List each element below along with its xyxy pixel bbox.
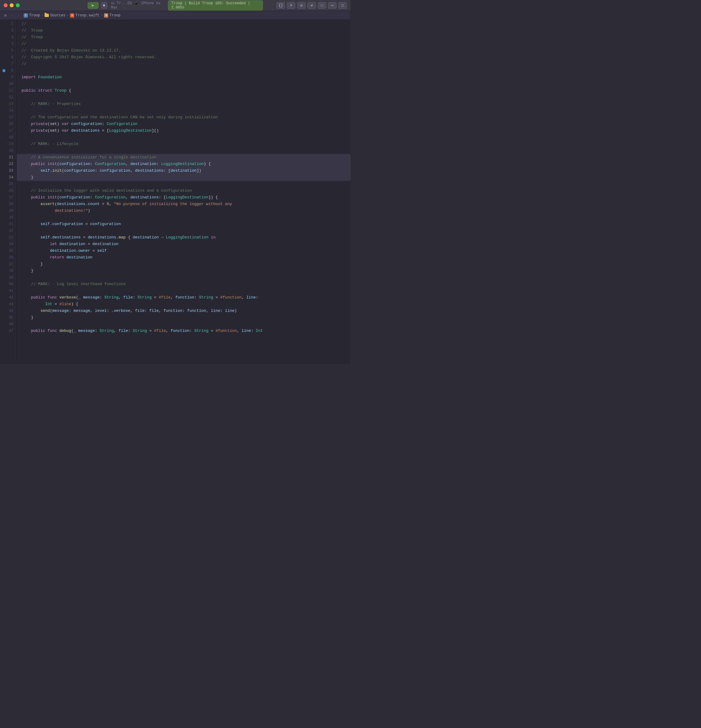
line-21: 21 — [0, 154, 16, 161]
line-28: 28 — [0, 201, 16, 208]
code-line-12 — [17, 94, 350, 101]
line-35: 35 — [0, 247, 16, 254]
line-19: 19 — [0, 141, 16, 147]
code-line-42: public func verbose(_ message: String, f… — [17, 294, 350, 301]
breadcrumb-bar: ⊞ ‹ › T Troop › Sources › S Troop.swift … — [0, 11, 350, 20]
code-line-24: } — [17, 174, 350, 181]
code-line-45: } — [17, 314, 350, 321]
line-25: 25 — [0, 181, 16, 188]
code-line-38: } — [17, 267, 350, 274]
breadcrumb-struct-troop[interactable]: S Troop — [104, 13, 120, 17]
line-13: 13 — [0, 101, 16, 107]
breadcrumb-troop-swift[interactable]: S Troop.swift — [70, 13, 100, 17]
line-24: 24 — [0, 174, 16, 181]
code-line-23: self.init(configuration: configuration, … — [17, 168, 350, 174]
layout1-button[interactable]: □ — [318, 2, 326, 9]
titlebar-right: {} ≡ ◎ ⇄ □ ▭ ▢ — [277, 2, 347, 9]
line-5: 5 — [0, 47, 16, 54]
code-line-11: public struct Troop { — [17, 87, 350, 94]
code-line-30 — [17, 214, 350, 221]
breadcrumb-sep-2: › — [67, 13, 69, 17]
code-line-43: Int = #line) { — [17, 301, 350, 308]
code-line-26: // Initialize the logger with valid dest… — [17, 188, 350, 194]
line-3: 3 — [0, 34, 16, 40]
line-29: 29 — [0, 208, 16, 214]
line-40: 40 — [0, 281, 16, 287]
code-line-44: send(message: message, level: .verbose, … — [17, 308, 350, 314]
code-line-34: let destination = destination — [17, 241, 350, 247]
line-42: 42 — [0, 294, 16, 301]
struct-icon: S — [104, 13, 108, 17]
code-line-35: destination.owner = self — [17, 247, 350, 254]
code-line-14 — [17, 107, 350, 114]
code-line-1: // — [17, 21, 350, 27]
code-line-46 — [17, 321, 350, 328]
line-9: 9 — [0, 74, 16, 81]
code-line-10 — [17, 81, 350, 87]
line-8: 8 — [0, 67, 16, 74]
line-31: 31 — [0, 221, 16, 227]
line-41: 41 — [0, 287, 16, 294]
line-43: 43 — [0, 301, 16, 308]
breadcrumb-sep-1: › — [41, 13, 43, 17]
line-30: 30 — [0, 214, 16, 221]
back-button[interactable]: ‹ — [10, 13, 15, 18]
close-button[interactable] — [4, 3, 7, 7]
line-7: 7 — [0, 61, 16, 67]
minimize-button[interactable] — [10, 3, 14, 7]
code-line-29: destinations!") — [17, 208, 350, 214]
stop-button[interactable]: ■ — [101, 2, 107, 9]
list-button[interactable]: ≡ — [287, 2, 295, 9]
line-23: 23 — [0, 168, 16, 174]
code-container: 1 2 3 4 5 6 7 8 9 10 11 12 13 14 15 16 1… — [0, 20, 350, 364]
folder-icon — [45, 14, 49, 17]
line-15: 15 — [0, 114, 16, 121]
code-line-17: private(set) var destinations = [Logging… — [17, 127, 350, 134]
code-line-39 — [17, 274, 350, 281]
run-button[interactable]: ▶ — [88, 2, 98, 9]
line-14: 14 — [0, 107, 16, 114]
swift-file-icon: T — [24, 13, 28, 17]
line-34: 34 — [0, 241, 16, 247]
code-editor[interactable]: // // Troop // Troop // // Created by Bo… — [17, 20, 350, 364]
code-editor-button[interactable]: {} — [277, 2, 285, 9]
code-line-5: // Created by Bojan Dimovski on 13.12.17… — [17, 47, 350, 54]
fullscreen-button[interactable] — [16, 3, 20, 7]
layout2-button[interactable]: ▭ — [328, 2, 336, 9]
line-17: 17 — [0, 127, 16, 134]
code-line-27: public init(configuration: Configuration… — [17, 194, 350, 201]
line-46: 46 — [0, 321, 16, 328]
breadcrumb-sources[interactable]: Sources — [45, 13, 65, 17]
line-27: 27 — [0, 194, 16, 201]
breadcrumb-sep-3: › — [101, 13, 103, 17]
breadcrumb-troop[interactable]: T Troop — [24, 13, 40, 17]
code-line-4: // — [17, 40, 350, 47]
code-line-6: // Copyright © 2017 Bojan Dimovski. All … — [17, 54, 350, 61]
line-45: 45 — [0, 314, 16, 321]
code-line-28: assert(destinations.count > 0, "No purpo… — [17, 201, 350, 208]
line-12: 12 — [0, 94, 16, 101]
line-16: 16 — [0, 121, 16, 127]
titlebar: ▶ ■ 🗂 Tr...OS 📱 iPhone Xs Max Troop | Bu… — [0, 0, 350, 11]
line-44: 44 — [0, 308, 16, 314]
code-line-9: import Foundation — [17, 74, 350, 81]
line-2: 2 — [0, 27, 16, 34]
grid-icon[interactable]: ⊞ — [3, 12, 9, 19]
line-33: 33 — [0, 234, 16, 241]
layout3-button[interactable]: ▢ — [338, 2, 347, 9]
code-line-41 — [17, 287, 350, 294]
forward-button[interactable]: › — [16, 13, 21, 18]
line-22: 22 — [0, 161, 16, 168]
symbol-button[interactable]: ◎ — [297, 2, 306, 9]
assistant-button[interactable]: ⇄ — [307, 2, 316, 9]
code-line-13: // MARK: - Properties — [17, 101, 350, 107]
code-line-2: // Troop — [17, 27, 350, 34]
code-line-3: // Troop — [17, 34, 350, 40]
line-20: 20 — [0, 147, 16, 154]
line-36: 36 — [0, 254, 16, 261]
line-47: 47 — [0, 328, 16, 334]
code-line-32 — [17, 227, 350, 234]
code-line-37: } — [17, 261, 350, 267]
breadcrumb-nav: ‹ › — [10, 13, 21, 18]
code-line-16: private(set) var configuration: Configur… — [17, 121, 350, 127]
